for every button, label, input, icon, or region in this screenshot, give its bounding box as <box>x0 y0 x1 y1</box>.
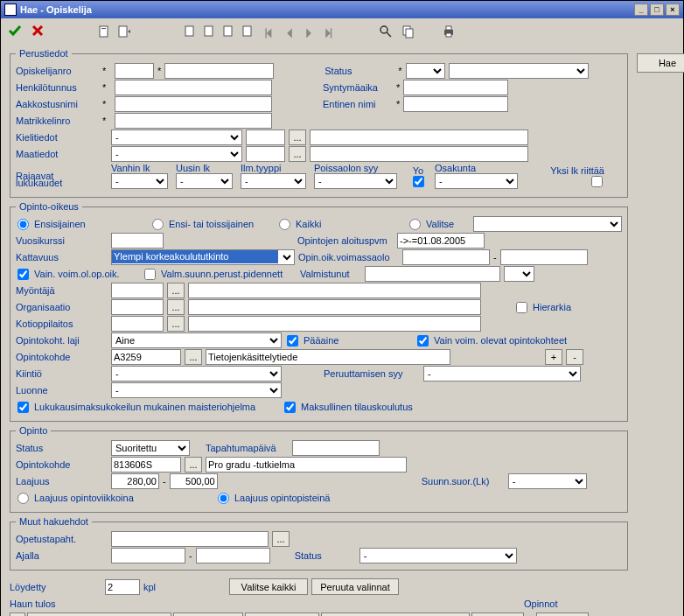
opinto-status-select[interactable]: Suoritettu <box>111 440 190 456</box>
poissaolon-syy-select[interactable]: - <box>314 173 397 189</box>
search-icon[interactable] <box>379 24 393 38</box>
hierarkia-checkbox[interactable] <box>516 302 527 313</box>
luonne-select[interactable]: - <box>111 382 282 398</box>
nav2-icon[interactable] <box>202 24 216 38</box>
valitse-select[interactable] <box>473 216 622 232</box>
entinen-nimi-input[interactable] <box>403 96 508 112</box>
op-opintokohde-browse-button[interactable]: ... <box>185 457 202 472</box>
kielitiedot-browse-button[interactable]: ... <box>289 130 306 145</box>
laajuus-op-radio[interactable] <box>218 493 229 504</box>
first-icon[interactable] <box>264 27 276 38</box>
paaaine-checkbox[interactable] <box>287 335 298 346</box>
henkilotunnus-input[interactable] <box>115 80 272 95</box>
print-icon[interactable] <box>442 24 456 38</box>
valitse-kaikki-button[interactable]: Valitse kaikki <box>229 578 308 595</box>
cancel-icon[interactable] <box>31 24 45 39</box>
opintokoht-laji-select[interactable]: Aine <box>111 332 282 348</box>
col-htun[interactable]: Henkilötunnus <box>245 612 319 616</box>
maatiedot-input[interactable] <box>246 146 285 162</box>
maatiedot-select[interactable]: - <box>111 146 242 162</box>
plus-button[interactable]: + <box>545 349 562 365</box>
kielitiedot-input[interactable] <box>246 130 285 145</box>
uusin-lk-select[interactable]: - <box>176 173 233 189</box>
col-ov[interactable]: Ov <box>536 612 589 616</box>
opin-oik-voim-input[interactable] <box>402 249 490 265</box>
status-select1[interactable] <box>406 63 445 79</box>
kotioppilaitos-input[interactable] <box>111 316 164 332</box>
last-icon[interactable] <box>322 27 334 38</box>
lukukausimaksu-checkbox[interactable] <box>17 402 29 413</box>
ensi-tai-radio[interactable] <box>152 219 164 230</box>
opiskelijanro-input2[interactable] <box>164 63 274 79</box>
col-aakko[interactable]: Aakkostusnimi <box>27 612 171 616</box>
ensisijainen-radio[interactable] <box>17 219 29 230</box>
kotioppilaitos-browse-button[interactable]: ... <box>167 316 185 332</box>
yo-checkbox[interactable] <box>413 176 424 187</box>
matrikkelinro-input[interactable] <box>115 113 272 129</box>
yksi-lk-checkbox[interactable] <box>591 176 603 187</box>
vuosikurssi-input[interactable] <box>111 233 164 248</box>
laajuus-min-input[interactable] <box>111 473 159 489</box>
organisaatio-input[interactable] <box>111 299 164 315</box>
minimize-button[interactable]: _ <box>634 4 648 16</box>
opin-oik-voim-input2[interactable] <box>500 249 588 265</box>
valitse-radio[interactable] <box>409 219 421 230</box>
muut-status-select[interactable]: - <box>359 548 517 564</box>
kotioppilaitos-name[interactable] <box>188 316 481 332</box>
status-select2[interactable] <box>449 63 589 79</box>
oo-opintokohde-input[interactable] <box>111 349 181 365</box>
col-oik[interactable]: Opinto-oikeus <box>321 612 470 616</box>
prev-icon[interactable] <box>283 27 296 38</box>
opetustapaht-input[interactable] <box>111 531 269 547</box>
maatiedot-browse-button[interactable]: ... <box>289 146 306 162</box>
minus-button[interactable]: - <box>566 349 583 365</box>
valmistunut-input[interactable] <box>365 266 500 282</box>
col-x[interactable]: X <box>10 612 25 616</box>
nav3-icon[interactable] <box>221 24 235 38</box>
doc1-icon[interactable] <box>97 24 111 38</box>
col-onro[interactable]: Opiskelijanro <box>173 612 243 616</box>
kiintio-select[interactable]: - <box>111 366 282 382</box>
oo-opintokohde-browse-button[interactable]: ... <box>185 349 202 365</box>
kielitiedot-name[interactable] <box>310 130 528 145</box>
syntymaaika-input[interactable] <box>403 80 508 95</box>
loydetty-input[interactable] <box>105 579 140 595</box>
peruuttamisen-syy-select[interactable]: - <box>423 366 581 382</box>
vain-voim-checkbox[interactable] <box>17 269 29 280</box>
maatiedot-name[interactable] <box>310 146 528 162</box>
maximize-button[interactable]: □ <box>650 4 664 16</box>
suunn-suor-select[interactable]: - <box>508 473 587 489</box>
laajuus-max-input[interactable] <box>170 473 218 489</box>
opiskelijanro-input1[interactable] <box>115 63 154 79</box>
aakkostusnimi-input[interactable] <box>115 96 272 112</box>
op-opintokohde-input[interactable] <box>111 457 181 472</box>
vain-voim-olevat-checkbox[interactable] <box>417 335 429 346</box>
oo-opintokohde-name[interactable] <box>206 349 450 365</box>
op-opintokohde-name[interactable] <box>206 457 407 472</box>
nav1-icon[interactable] <box>183 24 197 38</box>
valmistunut-select[interactable] <box>504 266 534 282</box>
ajalla-input1[interactable] <box>111 548 185 564</box>
myontaja-input[interactable] <box>111 283 164 298</box>
peruuta-button[interactable]: Peruuta valinnat <box>311 578 399 595</box>
close-button[interactable]: × <box>666 4 680 16</box>
ilm-tyyppi-select[interactable]: - <box>241 173 306 189</box>
laajuus-ov-radio[interactable] <box>17 493 29 504</box>
opetustapaht-browse-button[interactable]: ... <box>272 531 290 547</box>
osakunta-select[interactable]: - <box>435 173 518 189</box>
ok-icon[interactable] <box>8 24 22 39</box>
ajalla-input2[interactable] <box>196 548 270 564</box>
myontaja-name[interactable] <box>188 283 481 298</box>
myontaja-browse-button[interactable]: ... <box>167 283 185 298</box>
tapahtumapaiva-input[interactable] <box>292 440 380 456</box>
doc2-icon[interactable] <box>116 24 130 38</box>
copy-icon[interactable] <box>401 24 415 38</box>
organisaatio-browse-button[interactable]: ... <box>167 299 185 315</box>
nav4-icon[interactable] <box>241 24 255 38</box>
organisaatio-name[interactable] <box>188 299 481 315</box>
next-icon[interactable] <box>303 27 315 38</box>
valm-suunn-checkbox[interactable] <box>144 269 156 280</box>
maksullinen-checkbox[interactable] <box>284 402 296 413</box>
opintojen-aloitus-input[interactable] <box>397 233 485 248</box>
vanhin-lk-select[interactable]: - <box>111 173 168 189</box>
